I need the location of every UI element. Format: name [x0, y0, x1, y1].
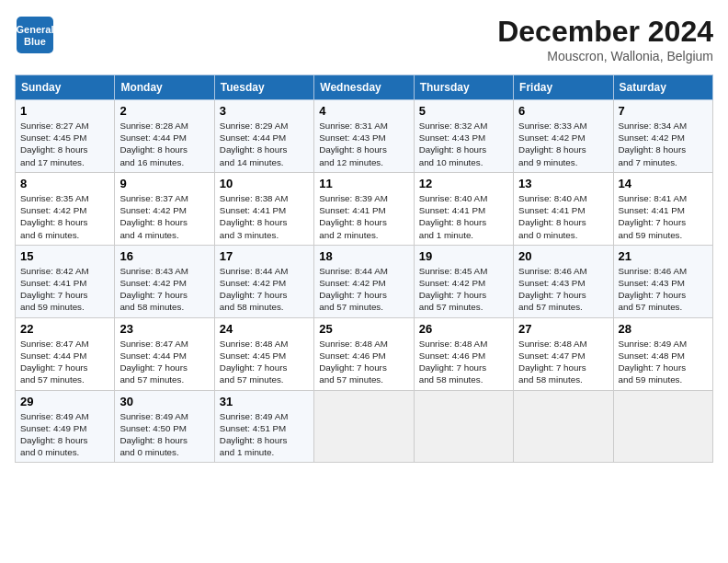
calendar-cell: 26Sunrise: 8:48 AMSunset: 4:46 PMDayligh… — [414, 317, 513, 390]
day-number: 1 — [20, 104, 109, 118]
cell-details: Sunrise: 8:29 AMSunset: 4:44 PMDaylight:… — [220, 120, 309, 168]
calendar-cell: 13Sunrise: 8:40 AMSunset: 4:41 PMDayligh… — [514, 172, 613, 245]
calendar-cell: 11Sunrise: 8:39 AMSunset: 4:41 PMDayligh… — [314, 172, 414, 245]
calendar-cell: 23Sunrise: 8:47 AMSunset: 4:44 PMDayligh… — [115, 317, 214, 390]
cell-details: Sunrise: 8:31 AMSunset: 4:43 PMDaylight:… — [319, 120, 408, 168]
svg-text:General: General — [17, 24, 54, 35]
calendar-cell: 27Sunrise: 8:48 AMSunset: 4:47 PMDayligh… — [514, 317, 613, 390]
day-number: 29 — [20, 395, 109, 408]
calendar-cell: 17Sunrise: 8:44 AMSunset: 4:42 PMDayligh… — [214, 245, 313, 317]
day-number: 8 — [20, 177, 109, 190]
day-number: 22 — [20, 322, 109, 336]
cell-details: Sunrise: 8:32 AMSunset: 4:43 PMDaylight:… — [419, 120, 508, 168]
cell-details: Sunrise: 8:48 AMSunset: 4:46 PMDaylight:… — [419, 338, 508, 386]
day-number: 6 — [518, 104, 608, 118]
cell-details: Sunrise: 8:49 AMSunset: 4:50 PMDaylight:… — [119, 410, 209, 459]
cell-details: Sunrise: 8:46 AMSunset: 4:43 PMDaylight:… — [619, 265, 708, 314]
cell-details: Sunrise: 8:41 AMSunset: 4:41 PMDaylight:… — [619, 192, 708, 241]
cell-details: Sunrise: 8:47 AMSunset: 4:44 PMDaylight:… — [20, 338, 109, 386]
cell-details: Sunrise: 8:44 AMSunset: 4:42 PMDaylight:… — [319, 265, 408, 314]
cell-details: Sunrise: 8:44 AMSunset: 4:42 PMDaylight:… — [220, 265, 309, 314]
cell-details: Sunrise: 8:40 AMSunset: 4:41 PMDaylight:… — [518, 192, 608, 241]
day-number: 26 — [419, 322, 508, 336]
cell-details: Sunrise: 8:49 AMSunset: 4:49 PMDaylight:… — [20, 410, 109, 459]
calendar-cell: 22Sunrise: 8:47 AMSunset: 4:44 PMDayligh… — [16, 317, 115, 390]
day-number: 5 — [419, 104, 508, 118]
cell-details: Sunrise: 8:46 AMSunset: 4:43 PMDaylight:… — [518, 265, 608, 314]
day-number: 19 — [419, 249, 508, 263]
day-number: 3 — [220, 104, 309, 118]
calendar-cell: 18Sunrise: 8:44 AMSunset: 4:42 PMDayligh… — [314, 245, 414, 317]
cell-details: Sunrise: 8:34 AMSunset: 4:42 PMDaylight:… — [619, 120, 708, 168]
cell-details: Sunrise: 8:39 AMSunset: 4:41 PMDaylight:… — [319, 192, 408, 241]
day-number: 4 — [319, 104, 408, 118]
day-number: 2 — [119, 104, 209, 118]
day-number: 16 — [119, 249, 209, 263]
day-number: 30 — [119, 395, 209, 408]
calendar-cell: 14Sunrise: 8:41 AMSunset: 4:41 PMDayligh… — [613, 172, 712, 245]
calendar-cell: 16Sunrise: 8:43 AMSunset: 4:42 PMDayligh… — [115, 245, 214, 317]
column-header-monday: Monday — [115, 75, 214, 100]
day-number: 20 — [518, 249, 608, 263]
cell-details: Sunrise: 8:42 AMSunset: 4:41 PMDaylight:… — [20, 265, 109, 314]
day-number: 12 — [419, 177, 508, 190]
day-number: 21 — [619, 249, 708, 263]
column-header-sunday: Sunday — [16, 75, 115, 100]
calendar-cell: 6Sunrise: 8:33 AMSunset: 4:42 PMDaylight… — [514, 100, 613, 173]
calendar-cell — [613, 390, 712, 463]
calendar-cell: 2Sunrise: 8:28 AMSunset: 4:44 PMDaylight… — [115, 100, 214, 173]
column-header-tuesday: Tuesday — [214, 75, 313, 100]
day-number: 18 — [319, 249, 408, 263]
calendar-cell: 9Sunrise: 8:37 AMSunset: 4:42 PMDaylight… — [115, 172, 214, 245]
calendar-cell: 7Sunrise: 8:34 AMSunset: 4:42 PMDaylight… — [613, 100, 712, 173]
month-title: December 2024 — [497, 15, 713, 49]
day-number: 25 — [319, 322, 408, 336]
week-row-5: 29Sunrise: 8:49 AMSunset: 4:49 PMDayligh… — [16, 390, 713, 463]
calendar-cell: 20Sunrise: 8:46 AMSunset: 4:43 PMDayligh… — [514, 245, 613, 317]
day-number: 14 — [619, 177, 708, 190]
calendar-cell — [314, 390, 414, 463]
column-header-friday: Friday — [514, 75, 613, 100]
column-header-saturday: Saturday — [613, 75, 712, 100]
day-number: 17 — [220, 249, 309, 263]
day-number: 15 — [20, 249, 109, 263]
cell-details: Sunrise: 8:38 AMSunset: 4:41 PMDaylight:… — [220, 192, 309, 241]
svg-rect-0 — [17, 17, 53, 53]
calendar-cell: 28Sunrise: 8:49 AMSunset: 4:48 PMDayligh… — [613, 317, 712, 390]
cell-details: Sunrise: 8:49 AMSunset: 4:48 PMDaylight:… — [619, 338, 708, 386]
cell-details: Sunrise: 8:35 AMSunset: 4:42 PMDaylight:… — [20, 192, 109, 241]
week-row-2: 8Sunrise: 8:35 AMSunset: 4:42 PMDaylight… — [16, 172, 713, 245]
day-number: 31 — [220, 395, 309, 408]
day-number: 27 — [518, 322, 608, 336]
cell-details: Sunrise: 8:48 AMSunset: 4:46 PMDaylight:… — [319, 338, 408, 386]
calendar-cell: 31Sunrise: 8:49 AMSunset: 4:51 PMDayligh… — [214, 390, 313, 463]
calendar-cell: 19Sunrise: 8:45 AMSunset: 4:42 PMDayligh… — [414, 245, 513, 317]
cell-details: Sunrise: 8:48 AMSunset: 4:45 PMDaylight:… — [220, 338, 309, 386]
calendar-cell: 15Sunrise: 8:42 AMSunset: 4:41 PMDayligh… — [16, 245, 115, 317]
calendar-cell: 10Sunrise: 8:38 AMSunset: 4:41 PMDayligh… — [214, 172, 313, 245]
calendar-cell: 4Sunrise: 8:31 AMSunset: 4:43 PMDaylight… — [314, 100, 414, 173]
cell-details: Sunrise: 8:37 AMSunset: 4:42 PMDaylight:… — [119, 192, 209, 241]
cell-details: Sunrise: 8:33 AMSunset: 4:42 PMDaylight:… — [518, 120, 608, 168]
column-header-wednesday: Wednesday — [314, 75, 414, 100]
calendar-cell: 1Sunrise: 8:27 AMSunset: 4:45 PMDaylight… — [16, 100, 115, 173]
calendar-cell: 30Sunrise: 8:49 AMSunset: 4:50 PMDayligh… — [115, 390, 214, 463]
cell-details: Sunrise: 8:47 AMSunset: 4:44 PMDaylight:… — [119, 338, 209, 386]
calendar-cell: 25Sunrise: 8:48 AMSunset: 4:46 PMDayligh… — [314, 317, 414, 390]
calendar-cell: 8Sunrise: 8:35 AMSunset: 4:42 PMDaylight… — [16, 172, 115, 245]
day-number: 11 — [319, 177, 408, 190]
calendar-cell — [514, 390, 613, 463]
day-number: 28 — [619, 322, 708, 336]
calendar-table: SundayMondayTuesdayWednesdayThursdayFrid… — [15, 75, 713, 463]
day-number: 10 — [220, 177, 309, 190]
svg-text:Blue: Blue — [24, 36, 46, 47]
logo: General Blue — [15, 15, 55, 55]
day-number: 13 — [518, 177, 608, 190]
calendar-cell — [414, 390, 513, 463]
cell-details: Sunrise: 8:48 AMSunset: 4:47 PMDaylight:… — [518, 338, 608, 386]
calendar-cell: 5Sunrise: 8:32 AMSunset: 4:43 PMDaylight… — [414, 100, 513, 173]
day-number: 23 — [119, 322, 209, 336]
week-row-3: 15Sunrise: 8:42 AMSunset: 4:41 PMDayligh… — [16, 245, 713, 317]
page-header: General Blue December 2024 Mouscron, Wal… — [15, 15, 713, 63]
calendar-cell: 21Sunrise: 8:46 AMSunset: 4:43 PMDayligh… — [613, 245, 712, 317]
